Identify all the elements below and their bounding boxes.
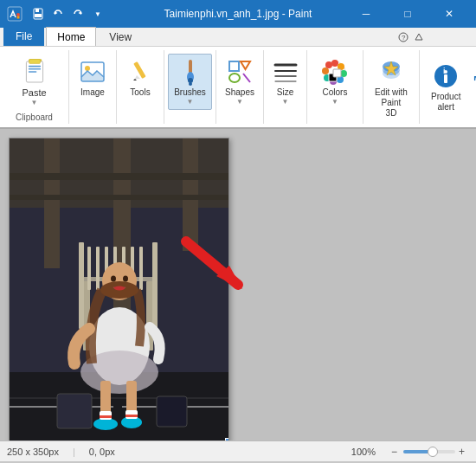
- window-controls: ─ □ ✕: [346, 0, 469, 28]
- size-button[interactable]: Size ▼: [266, 54, 306, 110]
- colors-icon: [321, 58, 349, 86]
- status-size: 250 x 350px: [7, 447, 59, 457]
- ribbon-group-colors: Colors ▼ Colors: [307, 50, 363, 124]
- svg-rect-58: [10, 173, 229, 180]
- svg-rect-19: [133, 61, 145, 79]
- brushes-icon: [177, 58, 204, 86]
- svg-rect-16: [28, 71, 36, 73]
- svg-rect-87: [125, 415, 138, 417]
- shapes-content: Shapes ▼: [219, 50, 261, 113]
- size-icon: [272, 58, 299, 86]
- ribbon-group-tools: Tools Tools: [117, 50, 164, 124]
- image-button[interactable]: Image: [73, 54, 113, 102]
- canvas-area: [0, 129, 476, 440]
- svg-rect-4: [35, 9, 39, 12]
- svg-rect-13: [29, 60, 40, 64]
- svg-text:+: +: [459, 446, 465, 458]
- svg-line-29: [243, 74, 250, 82]
- svg-point-1: [16, 13, 20, 16]
- svg-point-90: [111, 276, 116, 282]
- svg-marker-27: [241, 61, 250, 69]
- tab-view[interactable]: View: [98, 27, 143, 46]
- ribbon-group-size: Size ▼ Size: [264, 50, 307, 124]
- svg-rect-89: [157, 396, 187, 427]
- size-content: Size ▼: [266, 50, 306, 113]
- edit3d-button[interactable]: Edit with Paint 3D: [369, 54, 414, 123]
- title-bar-left: ▼: [7, 5, 106, 23]
- brushes-content: Brushes ▼: [168, 50, 212, 113]
- title-bar: ▼ Taimienphi.vn_anh_1.jpg - Paint ─ □ ✕: [0, 0, 476, 28]
- image-icon: [79, 58, 106, 86]
- svg-point-25: [189, 82, 192, 86]
- colors-button[interactable]: Colors ▼: [315, 54, 355, 110]
- svg-text:−: −: [391, 446, 397, 458]
- svg-rect-70: [96, 247, 100, 290]
- svg-marker-20: [135, 75, 140, 79]
- svg-point-35: [331, 60, 338, 67]
- status-position: 0, 0px: [89, 447, 115, 457]
- svg-point-82: [93, 418, 118, 430]
- redo-qat-btn[interactable]: [69, 5, 87, 23]
- tab-home[interactable]: Home: [46, 27, 96, 46]
- edit3d-icon: [377, 58, 405, 86]
- product-alert-button[interactable]: i Product alert: [425, 58, 466, 117]
- svg-text:?: ?: [402, 34, 406, 42]
- clipboard-content: Paste ▼: [15, 50, 55, 113]
- svg-marker-21: [133, 79, 137, 80]
- help-area: ?: [398, 28, 424, 47]
- save-qat-btn[interactable]: [29, 5, 47, 23]
- tools-content: Tools: [120, 50, 160, 113]
- undo-qat-btn[interactable]: [49, 5, 67, 23]
- svg-point-42: [325, 61, 332, 68]
- qat-dropdown[interactable]: ▼: [89, 5, 106, 23]
- svg-rect-26: [229, 61, 239, 71]
- svg-rect-51: [444, 74, 447, 83]
- tab-file[interactable]: File: [3, 27, 44, 46]
- svg-rect-68: [152, 242, 158, 329]
- paste-icon: [21, 58, 48, 86]
- edit3d-content: Edit with Paint 3D: [369, 50, 414, 123]
- maximize-button[interactable]: □: [388, 0, 428, 28]
- close-button[interactable]: ✕: [429, 0, 469, 28]
- resize-handle[interactable]: [225, 438, 229, 440]
- image-content: Image: [73, 50, 113, 113]
- svg-rect-75: [139, 247, 143, 290]
- svg-rect-86: [100, 415, 112, 418]
- zoom-level: 100%: [351, 447, 376, 457]
- paste-button[interactable]: Paste ▼: [15, 54, 55, 111]
- svg-point-52: [444, 70, 447, 74]
- svg-rect-88: [57, 394, 92, 428]
- svg-rect-59: [10, 195, 229, 200]
- svg-rect-67: [79, 242, 84, 329]
- colors-content: Colors ▼: [315, 50, 355, 113]
- svg-rect-14: [28, 66, 40, 68]
- svg-point-92: [114, 286, 125, 291]
- svg-point-91: [123, 276, 128, 282]
- svg-rect-15: [28, 68, 40, 70]
- tools-button[interactable]: Tools: [120, 54, 160, 102]
- svg-rect-5: [35, 14, 42, 17]
- photo-svg: [10, 138, 229, 440]
- paint-canvas[interactable]: [9, 138, 229, 440]
- paint-app-icon: [7, 6, 23, 22]
- svg-rect-44: [333, 69, 341, 77]
- status-bar: 250 x 350px | 0, 0px 100% − +: [0, 440, 476, 461]
- minimize-button[interactable]: ─: [346, 0, 386, 28]
- window-title: Taimienphi.vn_anh_1.jpg - Paint: [164, 8, 312, 20]
- zoom-slider[interactable]: − +: [389, 446, 469, 458]
- shapes-icon: [226, 58, 254, 86]
- brushes-button[interactable]: Brushes ▼: [168, 54, 212, 110]
- info-icon: i: [432, 62, 460, 90]
- svg-marker-7: [79, 11, 82, 15]
- ribbon-tabs: File Home View ?: [0, 28, 476, 47]
- svg-point-28: [229, 74, 240, 82]
- ribbon-group-brushes: Brushes ▼ Brushes: [164, 50, 216, 124]
- clipboard-label: Clipboard: [16, 113, 53, 124]
- status-divider: |: [73, 447, 75, 457]
- shapes-button[interactable]: Shapes ▼: [219, 54, 261, 110]
- ribbon-group-image: Image Image: [69, 50, 117, 124]
- ribbon-group-shapes: Shapes ▼ Shapes: [216, 50, 264, 124]
- svg-point-41: [322, 68, 329, 74]
- svg-rect-22: [189, 60, 192, 74]
- tools-icon: [126, 58, 154, 86]
